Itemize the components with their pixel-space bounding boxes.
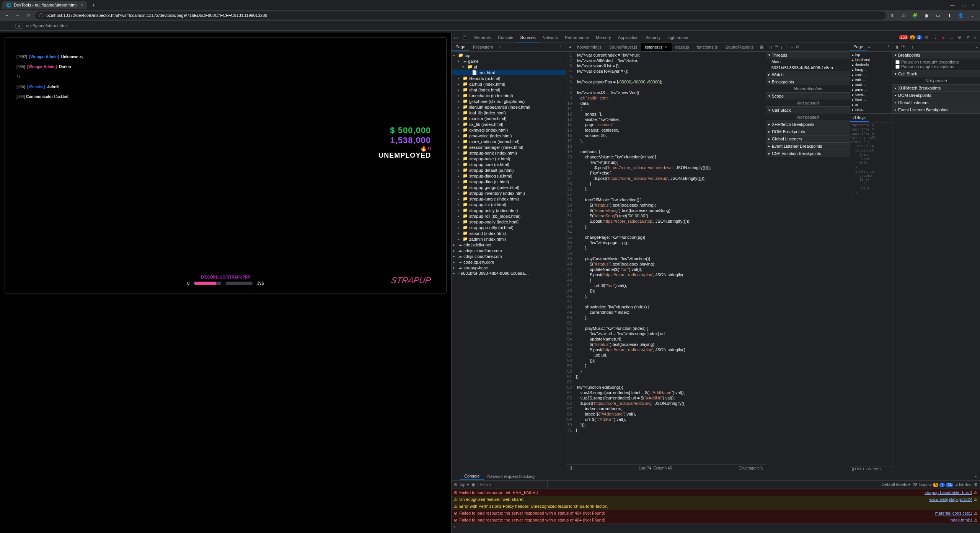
- far-global[interactable]: ▸Global Listeners: [892, 99, 980, 106]
- tree-item[interactable]: ▸📁ox_lib (index.html): [452, 121, 566, 127]
- deactivate-icon[interactable]: ⊘: [796, 44, 799, 49]
- threads-section[interactable]: ▾Threads Main 6031bf5f-3893-4d84-b098-1c…: [766, 52, 850, 71]
- tree-item[interactable]: ▸📁f-mechanic (index.html): [452, 93, 566, 98]
- devtools-tab-security[interactable]: Security: [642, 33, 664, 42]
- global-section[interactable]: ▸Global Listeners: [766, 135, 850, 143]
- ov-tree[interactable]: ▸ top▸ localhost▸ devtools▸ Imag…▸ core……: [850, 52, 892, 113]
- step-over-icon[interactable]: ↷: [901, 44, 905, 49]
- tree-item[interactable]: ▸☁cdnjs.cloudflare.com: [452, 253, 566, 259]
- step-out-icon[interactable]: ↑: [785, 45, 788, 49]
- url-input[interactable]: ⓘ localhost:13172/devtools/inspector.htm…: [35, 11, 886, 20]
- ov-tree-item[interactable]: ▸ mod…: [851, 82, 891, 87]
- far-breakpoints[interactable]: ▾Breakpoints Pause on uncaught exception…: [892, 52, 980, 70]
- issues-counter[interactable]: 28 Issues: 3 1 24: [913, 482, 953, 487]
- console-messages[interactable]: ⊗Failed to load resource: net::ERR_FAILE…: [452, 489, 980, 533]
- code-tab[interactable]: SoundPlayer.js: [722, 43, 757, 51]
- tree-item[interactable]: ▸📁strapup-snaily (index.html): [452, 219, 566, 225]
- pause-icon[interactable]: ⏸: [768, 45, 773, 49]
- ov-tree-item[interactable]: ▸ devtools: [851, 62, 891, 67]
- devtools-tab-console[interactable]: Console: [494, 33, 517, 42]
- xhr-section[interactable]: ▸XHR/fetch Breakpoints: [766, 121, 850, 128]
- maximize-icon[interactable]: ▢: [962, 3, 965, 8]
- tree-item[interactable]: ▸📁carhud (index.html): [452, 81, 566, 87]
- tree-item[interactable]: ▸📁rcore_radiocar (index.html): [452, 139, 566, 144]
- reload-button[interactable]: ⟳: [24, 13, 32, 18]
- devtools-tab-elements[interactable]: Elements: [470, 33, 494, 42]
- console-message[interactable]: ⊗Failed to load resource: the server res…: [452, 517, 980, 523]
- clear-console-icon[interactable]: ⊘: [454, 482, 457, 487]
- far-xhr[interactable]: ▸XHR/fetch Breakpoints: [892, 85, 980, 92]
- devtools-tab-lighthouse[interactable]: Lighthouse: [664, 33, 691, 42]
- share-icon[interactable]: ⇪: [889, 13, 895, 18]
- step-into-icon[interactable]: ↓: [907, 45, 909, 49]
- ov-tree-item[interactable]: ▸ localhost: [851, 57, 891, 62]
- drawer-toggle-icon[interactable]: ⋮: [452, 474, 460, 479]
- tree-item[interactable]: ▸📁illenium-appearance (index.html): [452, 104, 566, 110]
- close-icon[interactable]: ×: [81, 3, 83, 7]
- pause-icon[interactable]: ⏸: [895, 45, 899, 49]
- tree-item[interactable]: ▾📁ui: [452, 64, 566, 70]
- code-tab[interactable]: class.js: [672, 43, 693, 51]
- error-counter[interactable]: 258 2 1: [899, 35, 922, 39]
- far-dom[interactable]: ▸DOM Breakpoints: [892, 92, 980, 99]
- pause-uncaught-checkbox[interactable]: [895, 60, 900, 64]
- device-icon[interactable]: 📱: [460, 35, 470, 40]
- console-message[interactable]: ⚠Error with Permissions-Policy header: U…: [452, 503, 980, 510]
- tree-item[interactable]: ▸📁sessionmanager (index.html): [452, 144, 566, 150]
- code-tab[interactable]: listener.js ×: [641, 43, 671, 51]
- step-into-icon[interactable]: ↓: [781, 45, 783, 49]
- close-drawer-icon[interactable]: ×: [972, 474, 980, 479]
- new-tab-button[interactable]: +: [90, 2, 97, 8]
- tree-item[interactable]: ▸📁strapup-dialog (ui.html): [452, 173, 566, 179]
- popout-icon[interactable]: ↗: [964, 35, 971, 40]
- code-tabs-overflow-icon[interactable]: ▦: [757, 44, 766, 49]
- far-callstack[interactable]: ▾Call Stack Not paused: [892, 70, 980, 85]
- overflow-icon[interactable]: »: [866, 45, 872, 49]
- breakpoints-section[interactable]: ▾Breakpoints No breakpoints: [766, 78, 850, 93]
- overflow-icon[interactable]: »: [975, 45, 978, 49]
- menu-icon[interactable]: ⋮: [969, 13, 975, 18]
- levels-selector[interactable]: Default levels ▾: [882, 482, 910, 487]
- download-icon[interactable]: ⬇: [946, 13, 952, 18]
- gear-icon[interactable]: ⚙: [923, 35, 930, 40]
- thread-main[interactable]: Main: [766, 59, 850, 65]
- tree-item[interactable]: ▸📁strapup-bank (index.html): [452, 150, 566, 156]
- tree-item[interactable]: ▸📁oxmysql (index.html): [452, 127, 566, 133]
- watch-section[interactable]: ▸Watch: [766, 71, 850, 78]
- ov-page-tab[interactable]: Page: [850, 43, 866, 51]
- tree-item[interactable]: ▸📁strapup-core (ui.html): [452, 161, 566, 167]
- event-section[interactable]: ▸Event Listener Breakpoints: [766, 143, 850, 150]
- context-selector[interactable]: top ▾: [460, 482, 469, 487]
- tree-item[interactable]: ▸📁strapup-list (ui.html): [452, 202, 566, 207]
- step-out-icon[interactable]: ↑: [912, 45, 914, 49]
- extension-icon[interactable]: 🧩: [912, 13, 918, 18]
- devtools-tab-sources[interactable]: Sources: [517, 33, 539, 42]
- panel-icon[interactable]: ▭: [948, 35, 955, 40]
- code-tab[interactable]: functions.js: [693, 43, 722, 51]
- tree-item[interactable]: ▸📁monitor (index.html): [452, 116, 566, 121]
- tree-item[interactable]: ▸📁strapup-roll (bb_index.html): [452, 213, 566, 219]
- code-editor[interactable]: 1234567891011121314151617181920212223242…: [566, 52, 766, 464]
- more-icon[interactable]: ⋮: [885, 44, 892, 49]
- tree-item[interactable]: ▸📁chat (index.html): [452, 87, 566, 93]
- overflow-icon[interactable]: »: [497, 45, 504, 49]
- scope-section[interactable]: ▾Scope Not paused: [766, 93, 850, 107]
- tree-item[interactable]: ▸📁strapup-gangs (index.html): [452, 184, 566, 190]
- tree-item[interactable]: ▸📁strapup-notify (index.html): [452, 207, 566, 213]
- menu-icon[interactable]: ⋮: [932, 35, 939, 40]
- devtools-tab-network[interactable]: Network: [539, 33, 561, 42]
- record-icon[interactable]: ●: [941, 35, 946, 40]
- tree-item[interactable]: ▸📁strapup-default (ui.html): [452, 167, 566, 173]
- devtools-icon[interactable]: ▣: [923, 13, 929, 18]
- console-tab[interactable]: Console: [460, 473, 483, 480]
- close-window-icon[interactable]: ×: [972, 3, 975, 8]
- code-tab[interactable]: SoundPlayer.js: [605, 43, 641, 51]
- ov-tree-item[interactable]: ▸ Imag…: [851, 67, 891, 72]
- ov-tree-item[interactable]: ▸ pane…: [851, 87, 891, 92]
- tree-item[interactable]: ▸☁strapup-base: [452, 265, 566, 271]
- filesystem-tab[interactable]: Filesystem: [469, 43, 497, 51]
- tree-item[interactable]: ▸📁zadmin (index.html): [452, 236, 566, 242]
- tree-item[interactable]: ▸☁cdn.jsdelivr.net: [452, 242, 566, 248]
- tree-item[interactable]: ▸📁strapup-jungle (index.html): [452, 196, 566, 202]
- tree-item[interactable]: ▾📁top: [452, 52, 566, 58]
